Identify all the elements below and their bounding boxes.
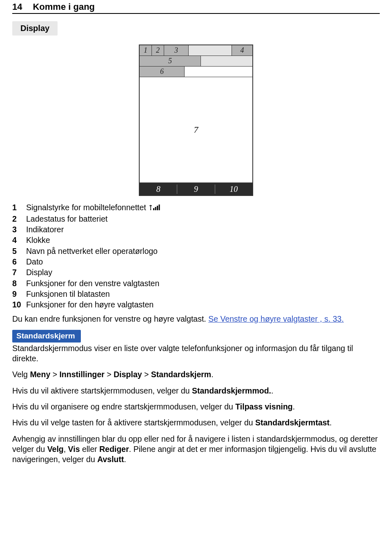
paragraph-navigation: Avhengig av innstillingen blar du opp el… bbox=[12, 434, 380, 465]
legend-row: 7Display bbox=[12, 267, 164, 278]
diagram-cell-8: 8 bbox=[140, 185, 177, 194]
chapter-title: Komme i gang bbox=[33, 2, 95, 12]
diagram-cell-4: 4 bbox=[232, 45, 252, 56]
legend-num: 3 bbox=[12, 225, 26, 235]
legend-num: 10 bbox=[12, 300, 26, 310]
paragraph-key: Hvis du vil velge tasten for å aktivere … bbox=[12, 418, 380, 428]
diagram-cell-3: 3 bbox=[164, 45, 189, 56]
page-header: 14 Komme i gang bbox=[12, 0, 380, 14]
diagram-cell-6: 6 bbox=[140, 67, 185, 77]
legend-text: Klokke bbox=[26, 235, 164, 246]
legend-num: 4 bbox=[12, 235, 26, 246]
signal-icon bbox=[149, 203, 161, 213]
legend-row: 1 Signalstyrke for mobiltelefonnettet bbox=[12, 202, 164, 214]
legend-num: 1 bbox=[12, 202, 26, 214]
paragraph-change-function: Du kan endre funksjonen for venstre og h… bbox=[12, 314, 380, 324]
paragraph-organize: Hvis du vil organisere og endre startskj… bbox=[12, 402, 380, 412]
legend-num: 7 bbox=[12, 267, 26, 278]
legend-row: 6Dato bbox=[12, 257, 164, 267]
paragraph-activate: Hvis du vil aktivere startskjermmodusen,… bbox=[12, 386, 380, 396]
diagram-cell-10: 10 bbox=[215, 185, 252, 194]
legend-num: 2 bbox=[12, 214, 26, 225]
legend-text: Indikatorer bbox=[26, 225, 164, 235]
legend-text: Funksjoner for den venstre valgtasten bbox=[26, 278, 164, 289]
diagram-legend-table: 1 Signalstyrke for mobiltelefonnettet bbox=[12, 202, 164, 311]
subsection-heading: Standardskjerm bbox=[12, 330, 81, 343]
diagram-gap bbox=[189, 45, 232, 56]
svg-rect-6 bbox=[159, 205, 160, 210]
legend-text: Funksjoner for den høyre valgtasten bbox=[26, 300, 164, 310]
legend-row: 8Funksjoner for den venstre valgtasten bbox=[12, 278, 164, 289]
paragraph-menu-path: Velg Meny > Innstillinger > Display > St… bbox=[12, 369, 380, 380]
diagram-cell-5: 5 bbox=[140, 56, 201, 66]
legend-text: Display bbox=[26, 267, 164, 278]
legend-num: 5 bbox=[12, 246, 26, 257]
svg-rect-5 bbox=[157, 206, 158, 210]
legend-text: Navn på nettverket eller operatørlogo bbox=[26, 246, 164, 257]
svg-rect-4 bbox=[155, 207, 156, 210]
legend-row: 2Ladestatus for batteriet bbox=[12, 214, 164, 225]
legend-num: 9 bbox=[12, 289, 26, 300]
legend-row: 5Navn på nettverket eller operatørlogo bbox=[12, 246, 164, 257]
diagram-cell-9: 9 bbox=[177, 185, 215, 194]
display-diagram: 1 2 3 4 5 6 7 8 9 10 bbox=[0, 44, 392, 196]
legend-text: Signalstyrke for mobiltelefonnettet bbox=[26, 202, 164, 214]
legend-row: 9Funksjonen til blatasten bbox=[12, 289, 164, 300]
legend-num: 6 bbox=[12, 257, 26, 267]
page-number: 14 bbox=[12, 2, 22, 12]
diagram-cell-2: 2 bbox=[152, 45, 164, 56]
diagram-gap bbox=[185, 67, 252, 77]
diagram-frame: 1 2 3 4 5 6 7 8 9 10 bbox=[139, 44, 253, 196]
legend-row: 4Klokke bbox=[12, 235, 164, 246]
diagram-gap bbox=[201, 56, 252, 66]
legend-num: 8 bbox=[12, 278, 26, 289]
legend-text: Dato bbox=[26, 257, 164, 267]
diagram-cell-1: 1 bbox=[140, 45, 152, 56]
legend-row: 10Funksjoner for den høyre valgtasten bbox=[12, 300, 164, 310]
diagram-cell-7: 7 bbox=[140, 77, 252, 183]
legend-row: 3Indikatorer bbox=[12, 225, 164, 235]
svg-point-2 bbox=[150, 209, 151, 210]
legend-text: Ladestatus for batteriet bbox=[26, 214, 164, 225]
legend-text: Funksjonen til blatasten bbox=[26, 289, 164, 300]
cross-reference-link[interactable]: Se Venstre og høyre valgtaster , s. 33. bbox=[208, 314, 344, 323]
svg-rect-3 bbox=[153, 208, 154, 210]
paragraph-std-intro: Standardskjermmodus viser en liste over … bbox=[12, 343, 380, 364]
section-heading: Display bbox=[12, 21, 58, 36]
